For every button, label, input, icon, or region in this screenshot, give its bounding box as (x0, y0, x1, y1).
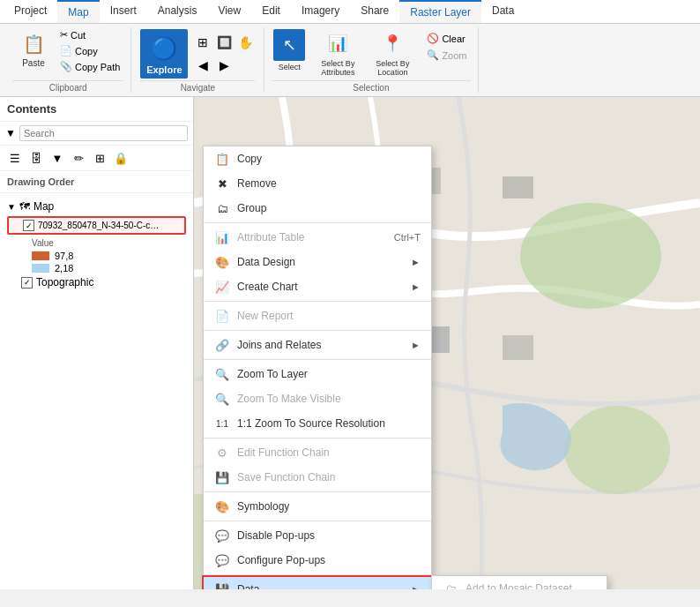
copy-button[interactable]: 📄 Copy (56, 43, 123, 58)
layer-tree: ▼ 🗺 Map ✓ 70932_850478_N-34-50-C-c-4-2.a… (0, 193, 193, 296)
map-icon: 🗺 (19, 200, 30, 213)
attr-table-icon: 📊 (214, 229, 230, 245)
ctx-copy[interactable]: 📋 Copy (204, 146, 431, 171)
value-label: Value (32, 236, 186, 250)
contents-panel: Contents ▼ ☰ 🗄 ▼ ✏ ⊞ 🔒 Drawing Order ▼ 🗺… (0, 97, 194, 589)
main-layout: Contents ▼ ☰ 🗄 ▼ ✏ ⊞ 🔒 Drawing Order ▼ 🗺… (0, 97, 700, 589)
svg-rect-10 (503, 335, 533, 360)
clipboard-label: Clipboard (12, 80, 123, 93)
ctx-data-design-label: Data Design (237, 256, 295, 268)
toolbar-db-btn[interactable]: 🗄 (26, 148, 46, 168)
symbology-icon: 🎨 (214, 498, 230, 514)
nav-full-extent[interactable]: ⊞ (193, 33, 212, 52)
ctx-zoom-visible-label: Zoom To Make Visible (237, 393, 341, 405)
filter-icon: ▼ (5, 127, 16, 139)
ctx-data-label: Data (237, 583, 259, 589)
ctx-zoom-visible: 🔍 Zoom To Make Visible (204, 386, 431, 411)
zoom-visible-icon: 🔍 (214, 391, 230, 407)
explore-label: Explore (146, 64, 182, 75)
ctx-zoom-source[interactable]: 1:1 1:1 Zoom To Source Resolution (204, 411, 431, 436)
search-bar: ▼ (0, 122, 193, 146)
explore-icon: 🔵 (148, 33, 180, 64)
tab-insert[interactable]: Insert (100, 0, 147, 23)
drawing-order-label: Drawing Order (0, 171, 193, 193)
ctx-joins[interactable]: 🔗 Joins and Relates ► (204, 333, 431, 357)
separator-8 (204, 574, 431, 575)
tab-view[interactable]: View (207, 0, 251, 23)
nav-pan[interactable]: ✋ (235, 33, 255, 52)
nav-back[interactable]: ◀ (193, 56, 212, 75)
ctx-symbology[interactable]: 🎨 Symbology (204, 494, 431, 519)
ctx-configure-popups[interactable]: 💬 Configure Pop-ups (204, 548, 431, 573)
ctx-create-chart[interactable]: 📈 Create Chart ► (204, 274, 431, 299)
tab-share[interactable]: Share (350, 0, 399, 23)
clipboard-group: 📋 Paste ✂ Cut 📄 Copy 📎 (5, 27, 131, 93)
topo-checkbox[interactable]: ✓ (21, 277, 33, 289)
nav-forward[interactable]: ▶ (214, 56, 234, 75)
search-input[interactable] (19, 125, 188, 141)
zoom-selection-button[interactable]: 🔍 Zoom (423, 48, 470, 63)
tab-map[interactable]: Map (57, 0, 99, 23)
legend-swatch-1 (32, 264, 49, 273)
clear-button[interactable]: 🚫 Clear (423, 31, 470, 46)
select-by-loc-label: Select By Location (370, 59, 414, 77)
tab-raster-layer[interactable]: Raster Layer (399, 0, 481, 23)
toolbar-list-btn[interactable]: ☰ (5, 148, 25, 168)
tab-project[interactable]: Project (4, 0, 57, 23)
disable-popups-icon: 💬 (214, 528, 230, 543)
ctx-group-label: Group (237, 202, 266, 214)
ctx-save-func: 💾 Save Function Chain (204, 465, 431, 490)
joins-arrow: ► (411, 340, 421, 350)
explore-button[interactable]: 🔵 Explore (140, 29, 188, 79)
ctx-zoom-layer[interactable]: 🔍 Zoom To Layer (204, 362, 431, 386)
toolbar-lock-btn[interactable]: 🔒 (111, 148, 130, 168)
ctx-remove[interactable]: ✖ Remove (204, 171, 431, 196)
ctx-new-report: 📄 New Report (204, 304, 431, 328)
data-design-arrow: ► (411, 257, 421, 267)
select-by-attr-icon: 📊 (328, 34, 347, 53)
separator-6 (204, 491, 431, 492)
topo-label: Topographic (36, 276, 93, 289)
toolbar-edit-btn[interactable]: ✏ (69, 148, 88, 168)
tab-analysis[interactable]: Analysis (147, 0, 208, 23)
zoom-label: Zoom (442, 50, 466, 61)
toolbar-grid-btn[interactable]: ⊞ (90, 148, 109, 168)
copy-icon: 📄 (60, 45, 72, 56)
tab-edit[interactable]: Edit (251, 0, 291, 23)
ctx-data-design[interactable]: 🎨 Data Design ► (204, 250, 431, 274)
separator-1 (204, 222, 431, 223)
select-button[interactable]: ↖ Select (272, 27, 307, 73)
topo-layer-item[interactable]: ✓ Topographic (7, 274, 186, 290)
ctx-create-chart-label: Create Chart (237, 281, 298, 293)
data-icon: 💾 (214, 581, 230, 589)
tab-data[interactable]: Data (481, 0, 525, 23)
data-design-icon: 🎨 (214, 254, 230, 270)
separator-7 (204, 521, 431, 521)
layer-checkbox[interactable]: ✓ (23, 220, 34, 231)
toolbar-filter-btn[interactable]: ▼ (48, 148, 67, 168)
raster-layer-item[interactable]: ✓ 70932_850478_N-34-50-C-c-4-2.a (7, 216, 186, 235)
cut-button[interactable]: ✂ Cut (56, 27, 123, 42)
tab-imagery[interactable]: Imagery (291, 0, 350, 23)
selection-group: ↖ Select 📊 Select By Attributes 📍 Select… (264, 27, 478, 93)
ctx-group[interactable]: 🗂 Group (204, 196, 431, 221)
select-by-attr-button[interactable]: 📊 Select By Attributes (314, 27, 361, 79)
context-menu: 📋 Copy ✖ Remove 🗂 Group 📊 Attribute Tabl… (203, 146, 432, 589)
contents-title: Contents (0, 97, 193, 122)
group-icon: 🗂 (214, 200, 230, 216)
nav-zoom-out[interactable]: 🔲 (214, 33, 234, 52)
save-func-icon: 💾 (214, 469, 230, 485)
cut-label: Cut (71, 30, 86, 41)
copy-path-button[interactable]: 📎 Copy Path (56, 59, 123, 74)
paste-button[interactable]: 📋 Paste (12, 27, 55, 74)
ctx-configure-popups-label: Configure Pop-ups (237, 554, 325, 566)
ctx-data[interactable]: 💾 Data ► 🗂 Add to Mosaic Dataset 📤 Expor… (204, 577, 431, 589)
map-group-header[interactable]: ▼ 🗺 Map (7, 199, 186, 214)
map-area: 📋 Copy ✖ Remove 🗂 Group 📊 Attribute Tabl… (194, 97, 700, 589)
zoom-layer-icon: 🔍 (214, 366, 230, 382)
ctx-zoom-layer-label: Zoom To Layer (237, 368, 308, 380)
legend-item-0: 97,8 (32, 250, 186, 262)
select-by-loc-button[interactable]: 📍 Select By Location (369, 27, 416, 79)
layer-legend: Value 97,8 2,18 (7, 236, 186, 274)
ctx-disable-popups[interactable]: 💬 Disable Pop-ups (204, 523, 431, 548)
